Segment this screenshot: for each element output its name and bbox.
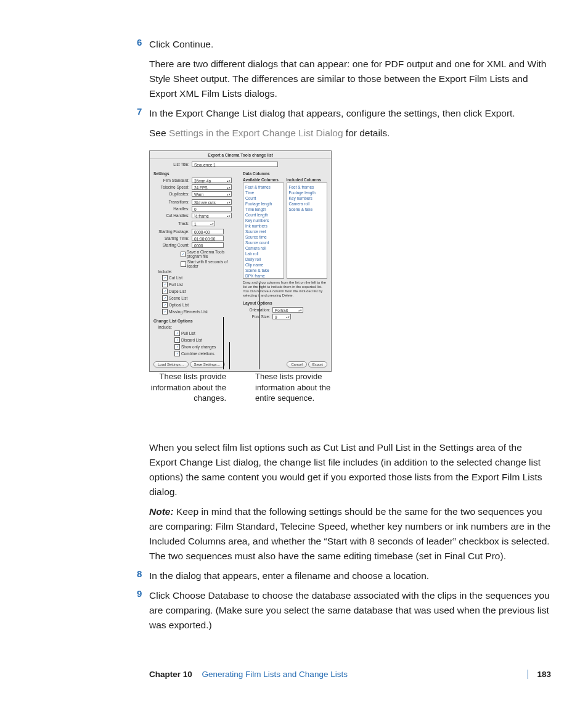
step-text: Click Continue. [149,37,551,52]
step-text: In the dialog that appears, enter a file… [149,568,551,583]
step-9: 9 Click Choose Database to choose the da… [149,588,551,633]
step-text: Click Choose Database to choose the data… [149,588,551,633]
clo-pull-list[interactable]: ✓Pull List [174,330,238,336]
cancel-button[interactable]: Cancel [287,361,307,367]
leader-line [259,283,259,369]
page-footer: Chapter 10 Generating Film Lists and Cha… [149,670,551,679]
page-number: 183 [528,670,551,679]
leader-line [229,342,230,369]
starting-time-field[interactable]: 01:00:00:00 [192,236,224,241]
step-para: There are two different dialogs that can… [149,57,551,101]
orientation-select[interactable]: Portrait▴▾ [272,307,303,313]
include-pull-list[interactable]: ✓Pull List [162,282,210,287]
step-para: See Settings in the Export Change List D… [149,126,551,141]
cross-ref-link[interactable]: Settings in the Export Change List Dialo… [169,128,343,138]
step-number: 9 [137,588,142,599]
layout-options-heading: Layout Options [243,301,327,305]
include-dupe-list[interactable]: ✓Dupe List [162,289,210,294]
chapter-title: Generating Film Lists and Change Lists [202,670,348,679]
dialog-title: Export a Cinema Tools change list [150,151,331,159]
save-program-file-checkbox[interactable]: ✓Save a Cinema Tools program file [181,250,238,258]
include-cut-list[interactable]: ✓Cut List [162,275,210,281]
step-8: 8 In the dialog that appears, enter a fi… [149,568,551,583]
transitions-select[interactable]: Std are cuts▴▾ [192,199,232,205]
body-paragraph: When you select film list options such a… [149,440,551,499]
chapter-label: Chapter 10 [149,670,192,679]
load-settings-button[interactable]: Load Settings… [153,361,189,367]
cut-handles-select[interactable]: ½ frame▴▾ [192,213,232,218]
start-8s-leader-checkbox[interactable]: Start with 8 seconds of leader [181,260,238,268]
step-number: 7 [137,106,142,117]
font-size-select[interactable]: 9▴▾ [272,314,291,319]
available-columns-list[interactable]: Feet & framesTimeCountFootage lengthTime… [243,183,284,279]
available-columns-heading: Available Columns [243,178,284,182]
data-columns-heading: Data Columns [243,171,327,176]
change-list-options-heading: Change List Options [153,319,238,323]
clo-show-only-changes[interactable]: ✓Show only changes [174,344,238,350]
included-columns-heading: Included Columns [287,178,328,182]
list-title-field[interactable]: Sequence 1 [192,162,278,167]
annotation-left: These lists provide information about th… [131,371,226,404]
clo-combine-deletions[interactable]: ✓Combine deletions [174,351,238,356]
annotation-right: These lists provide information about th… [255,371,351,404]
duplicates-select[interactable]: Warn▴▾ [192,191,232,197]
film-standard-select[interactable]: 35mm 4p▴▾ [192,178,232,183]
leader-line [223,317,224,369]
export-change-list-dialog: Export a Cinema Tools change list List T… [149,150,332,372]
starting-footage-field[interactable]: 0000+00 [192,229,224,234]
note-paragraph: Note: Keep in mind that the following se… [149,504,551,564]
clo-discard-list[interactable]: ✓Discard List [174,337,238,343]
save-settings-button[interactable]: Save Settings… [190,361,225,367]
handles-field[interactable]: 0 [192,206,232,211]
columns-hint: Drag and drop columns from the list on t… [243,281,327,298]
include-missing-elements-list[interactable]: ✓Missing Elements List [162,309,210,314]
text-post: for details. [343,128,390,138]
include-optical-list[interactable]: ✓Optical List [162,302,210,308]
settings-heading: Settings [153,171,238,176]
text-pre: See [149,128,169,138]
export-change-list-figure: Export a Cinema Tools change list List T… [149,150,551,403]
included-columns-list[interactable]: Feet & framesFootage lengthKey numbersCa… [287,183,328,279]
step-number: 6 [137,37,142,47]
track-select[interactable]: 1▴▾ [192,221,215,226]
step-number: 8 [137,568,142,579]
include-scene-list[interactable]: ✓Scene List [162,295,210,301]
step-6: 6 Click Continue. There are two differen… [149,37,551,101]
telecine-speed-select[interactable]: 24 FPS▴▾ [192,184,232,190]
list-title-label: List Title: [153,162,192,166]
note-text: Keep in mind that the following settings… [149,506,550,561]
step-text: In the Export Change List dialog that ap… [149,106,551,121]
step-7: 7 In the Export Change List dialog that … [149,106,551,141]
include-options: ✓Cut List ✓Pull List ✓Dupe List ✓Scene L… [162,275,238,316]
export-button[interactable]: Export [308,361,327,367]
note-label: Note: [149,506,174,517]
starting-count-field[interactable]: 0000 [192,242,224,248]
